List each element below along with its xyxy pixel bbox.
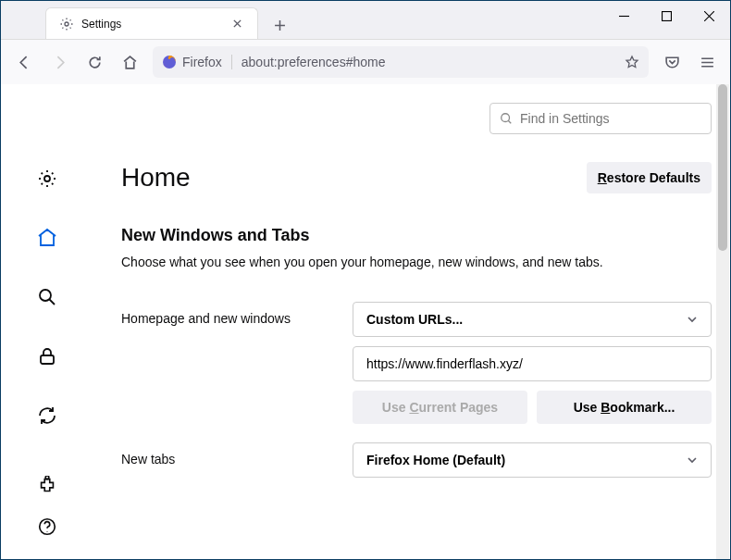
navbar: Firefox about:preferences#home <box>1 40 730 84</box>
maximize-button[interactable] <box>645 1 688 31</box>
homepage-select-value: Custom URLs... <box>366 312 463 327</box>
content-area: Home RRestore Defaultsestore Defaults Ne… <box>1 84 730 559</box>
section-title: New Windows and Tabs <box>121 226 712 245</box>
window-controls <box>602 1 730 31</box>
homepage-label: Homepage and new windows <box>121 302 353 326</box>
chevron-down-icon <box>687 454 698 466</box>
bookmark-star-icon[interactable] <box>625 55 639 69</box>
sidebar <box>1 84 93 559</box>
use-current-pages-button[interactable]: Use Current PagesUse Current Pages <box>353 391 527 424</box>
sidebar-privacy[interactable] <box>27 336 68 377</box>
titlebar: Settings <box>1 1 730 40</box>
tabs-area: Settings <box>1 1 293 39</box>
new-tab-button[interactable] <box>266 11 293 39</box>
url-bar[interactable]: Firefox about:preferences#home <box>153 46 649 78</box>
scrollbar-thumb[interactable] <box>718 84 727 251</box>
close-window-button[interactable] <box>688 1 730 31</box>
sidebar-extensions[interactable] <box>27 472 68 500</box>
browser-tab[interactable]: Settings <box>45 7 258 39</box>
newtabs-select[interactable]: Firefox Home (Default) <box>353 442 712 478</box>
svg-point-4 <box>40 290 51 301</box>
tab-title: Settings <box>81 18 229 31</box>
identity-label: Firefox <box>182 55 222 69</box>
svg-point-3 <box>44 176 50 181</box>
url-identity: Firefox <box>162 55 232 69</box>
firefox-icon <box>162 55 177 69</box>
gear-icon <box>59 17 74 31</box>
main-content: Home RRestore Defaultsestore Defaults Ne… <box>93 84 730 559</box>
page-title: Home <box>121 163 191 193</box>
sidebar-sync[interactable] <box>27 395 68 436</box>
search-input[interactable] <box>520 111 701 126</box>
newtabs-select-value: Firefox Home (Default) <box>366 453 505 467</box>
homepage-url-input[interactable] <box>353 346 712 381</box>
search-box[interactable] <box>489 103 712 134</box>
sidebar-help[interactable] <box>27 513 68 541</box>
sidebar-search[interactable] <box>27 277 68 317</box>
minimize-button[interactable] <box>602 1 645 31</box>
back-button[interactable] <box>8 46 40 78</box>
svg-rect-5 <box>41 355 54 364</box>
menu-button[interactable] <box>691 46 723 78</box>
section-desc: Choose what you see when you open your h… <box>121 255 712 269</box>
forward-button[interactable] <box>43 46 75 78</box>
scrollbar[interactable] <box>716 84 729 559</box>
svg-point-0 <box>65 22 68 26</box>
search-icon <box>500 112 513 125</box>
url-text: about:preferences#home <box>242 55 625 69</box>
svg-point-6 <box>45 476 49 479</box>
reload-button[interactable] <box>79 46 110 78</box>
homepage-select[interactable]: Custom URLs... <box>353 302 712 337</box>
close-icon[interactable] <box>229 17 244 31</box>
chevron-down-icon <box>687 314 698 325</box>
sidebar-general[interactable] <box>27 158 68 199</box>
sidebar-home[interactable] <box>27 218 68 258</box>
pocket-button[interactable] <box>656 46 688 78</box>
svg-rect-1 <box>662 11 671 20</box>
use-bookmark-button[interactable]: Use Bookmark...Use Bookmark... <box>537 391 712 424</box>
home-button[interactable] <box>114 46 145 78</box>
restore-defaults-button[interactable]: RRestore Defaultsestore Defaults <box>587 162 712 193</box>
newtabs-label: New tabs <box>121 442 353 467</box>
